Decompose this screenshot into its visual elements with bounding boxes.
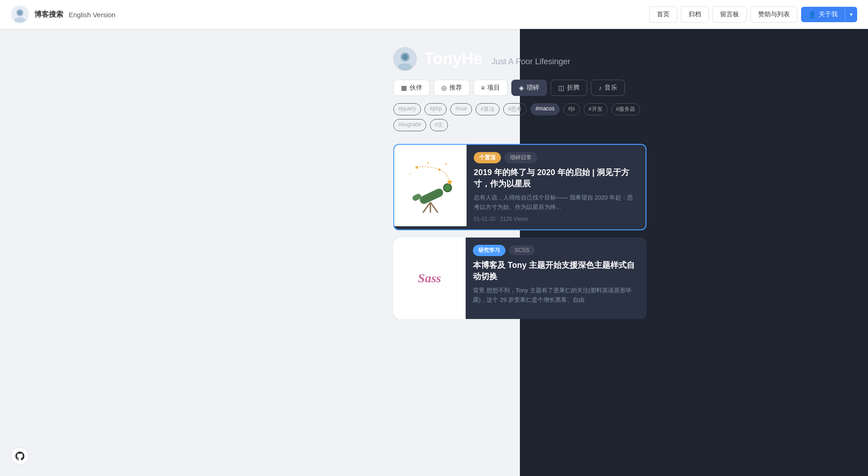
partners-icon: ▦ [401,84,407,91]
recommend-icon: ◎ [441,84,447,91]
music-icon: ♪ [599,84,602,91]
profile-avatar [393,47,417,71]
tag-macos[interactable]: #macos [530,103,559,115]
post-title-2: 本博客及 Tony 主题开始支援深色主题样式自动切换 [473,260,639,282]
about-me-btn[interactable]: 👤 关于我 [801,7,845,22]
tinker-icon: ◫ [558,84,564,91]
svg-point-12 [410,174,411,175]
nav-sponsor-btn[interactable]: 赞助与列表 [750,6,797,23]
content-area: TonyHe Just A Poor Lifesinger ▦ 伙伴 ◎ 推荐 … [172,29,868,476]
tab-recommend-label: 推荐 [449,84,462,92]
tag-main[interactable]: #主 [430,119,448,131]
pinned-badge: 个置顶 [474,152,501,163]
tag-thinking[interactable]: #思考 [503,103,527,115]
about-me-dropdown-btn[interactable]: ▾ [845,7,857,22]
tab-recommend[interactable]: ◎ 推荐 [434,80,470,96]
about-me-label: 关于我 [819,10,838,19]
tab-tinker-label: 折腾 [567,84,580,92]
english-version-link[interactable]: English Version [69,11,115,19]
nav-right: 首页 归档 留言板 赞助与列表 👤 关于我 ▾ [649,6,857,23]
tab-projects[interactable]: ≡ 项目 [473,80,508,96]
tab-tidbits[interactable]: ◈ 琐碎 [511,80,547,96]
tab-tidbits-label: 琐碎 [527,84,539,92]
post-title-1: 2019 年的终了与 2020 年的启始 | 洞见于方寸，作为以星辰 [474,167,638,190]
tags-row: #jquery #php #vue #算法 #思考 #macos #js #开发… [393,103,646,131]
nav-left: 博客搜索 English Version [11,5,115,24]
tab-music[interactable]: ♪ 音乐 [591,80,625,96]
about-me-group: 👤 关于我 ▾ [801,7,857,22]
user-icon: 👤 [808,11,816,18]
profile-section: TonyHe Just A Poor Lifesinger ▦ 伙伴 ◎ 推荐 … [393,47,646,131]
svg-point-11 [445,163,447,165]
top-navigation: 博客搜索 English Version 首页 归档 留言板 赞助与列表 👤 关… [0,0,868,29]
post-meta-1: 01-01-20 · 2126 Views [474,216,638,222]
post-badges-1: 个置顶 琐碎日常 [474,152,638,163]
tag-dev[interactable]: #开发 [584,103,608,115]
sass-logo: Sass [418,271,441,286]
tab-music-label: 音乐 [604,84,617,92]
posts-container: 个置顶 琐碎日常 2019 年的终了与 2020 年的启始 | 洞见于方寸，作为… [393,144,646,319]
tag-js[interactable]: #js [563,103,580,115]
post-image-2: Sass [393,238,466,319]
post-body-2: 研究学习 SCSS 本博客及 Tony 主题开始支援深色主题样式自动切换 背景 … [466,238,646,319]
post-card-2[interactable]: Sass 研究学习 SCSS 本博客及 Tony 主题开始支援深色主题样式自动切… [393,238,646,319]
svg-point-2 [18,10,22,15]
svg-point-3 [14,17,25,23]
sidebar-left [0,29,172,476]
profile-tagline: Just A Poor Lifesinger [491,57,570,67]
tidbits-icon: ◈ [519,84,524,91]
tab-projects-label: 项目 [487,84,500,92]
site-title: 博客搜索 [34,10,63,19]
nav-home-btn[interactable]: 首页 [649,6,677,23]
tag-jquery[interactable]: #jquery [393,103,421,115]
tab-tinker[interactable]: ◫ 折腾 [551,80,587,96]
nav-logo [11,5,29,24]
tabs-row: ▦ 伙伴 ◎ 推荐 ≡ 项目 ◈ 琐碎 ◫ 折腾 [393,80,625,96]
tag-vue[interactable]: #vue [450,103,472,115]
tag-algorithm[interactable]: #算法 [476,103,500,115]
post-badges-2: 研究学习 SCSS [473,245,639,256]
tab-partners-label: 伙伴 [410,84,422,92]
post-body-1: 个置顶 琐碎日常 2019 年的终了与 2020 年的启始 | 洞见于方寸，作为… [467,145,646,229]
svg-point-6 [402,54,408,60]
tag-eugrade[interactable]: #eugrade [393,119,426,131]
nav-guestbook-btn[interactable]: 留言板 [712,6,747,23]
svg-line-19 [430,202,439,213]
profile-header: TonyHe Just A Poor Lifesinger [393,47,570,71]
tab-partners[interactable]: ▦ 伙伴 [393,80,430,96]
tag-php[interactable]: #php [425,103,447,115]
main-layout: TonyHe Just A Poor Lifesinger ▦ 伙伴 ◎ 推荐 … [0,29,868,476]
nav-archive-btn[interactable]: 归档 [681,6,709,23]
post-card-1[interactable]: 个置顶 琐碎日常 2019 年的终了与 2020 年的启始 | 洞见于方寸，作为… [393,144,646,230]
github-button[interactable] [11,447,29,465]
svg-point-9 [427,162,429,164]
tech-badge: SCSS [509,245,535,255]
svg-point-16 [444,185,451,191]
tag-server[interactable]: #服务器 [611,103,641,115]
post-excerpt-1: 总有人说，人得给自己找个目标—— 我希望自 2020 年起：思考以方寸为始、作为… [474,193,638,212]
projects-icon: ≡ [481,84,485,91]
category-badge-1: 琐碎日常 [505,152,537,163]
post-image-1 [394,145,467,226]
study-badge: 研究学习 [473,245,505,256]
svg-rect-13 [419,187,444,205]
post-excerpt-2: 背景 想想不到，Tony 主题有了歪果仁的关注(塑料英语原形毕露)，这个 29 … [473,286,639,305]
svg-point-7 [398,63,412,71]
profile-name-group: TonyHe Just A Poor Lifesinger [424,49,570,68]
profile-name: TonyHe [424,49,482,68]
svg-line-17 [421,202,430,213]
